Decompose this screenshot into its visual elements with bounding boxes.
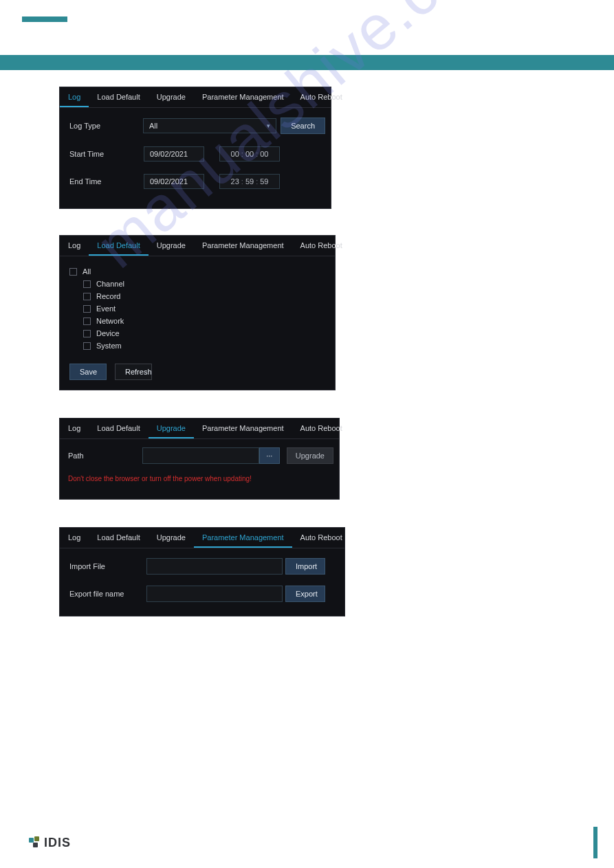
checkbox-row-device[interactable]: Device [83, 329, 335, 337]
logo-mark-icon [29, 836, 41, 849]
page-accent-bar [593, 827, 597, 858]
export-file-input[interactable] [146, 586, 283, 602]
checkbox-channel[interactable] [83, 280, 91, 288]
button-row: Save Refresh [60, 364, 335, 390]
end-time-input[interactable]: 23: 59: 59 [219, 174, 280, 189]
tab-parameter-management[interactable]: Parameter Management [194, 236, 292, 256]
start-sec: 00 [260, 150, 268, 158]
checkbox-network[interactable] [83, 318, 91, 325]
start-time-input[interactable]: 00: 00: 00 [219, 146, 280, 162]
end-hour: 23 [231, 177, 239, 186]
checkbox-event[interactable] [83, 305, 91, 313]
tab-log[interactable]: Log [60, 87, 89, 107]
tab-load-default[interactable]: Load Default [89, 236, 148, 256]
tab-log[interactable]: Log [60, 419, 89, 438]
end-date-input[interactable]: 09/02/2021 [144, 174, 204, 189]
import-button[interactable]: Import [285, 558, 325, 575]
tab-upgrade[interactable]: Upgrade [149, 87, 194, 107]
tab-upgrade[interactable]: Upgrade [149, 528, 194, 548]
default-options-list: All Channel Record Event Network Device … [60, 256, 335, 364]
brand-logo: IDIS [29, 836, 71, 850]
parameter-management-panel: Log Load Default Upgrade Parameter Manag… [59, 527, 345, 616]
upgrade-body: Path ··· Upgrade Don't close the browser… [60, 439, 339, 499]
tab-upgrade[interactable]: Upgrade [149, 419, 194, 438]
checkbox-record[interactable] [83, 293, 91, 300]
tab-load-default[interactable]: Load Default [89, 419, 148, 438]
brand-name: IDIS [44, 836, 71, 850]
import-file-input[interactable] [146, 558, 283, 575]
refresh-button[interactable]: Refresh [115, 364, 152, 380]
tab-log[interactable]: Log [60, 236, 89, 256]
upgrade-button[interactable]: Upgrade [287, 447, 333, 464]
upgrade-warning-text: Don't close the browser or turn off the … [68, 471, 333, 482]
save-button[interactable]: Save [69, 364, 107, 380]
log-type-select[interactable]: All ▾ [143, 118, 276, 133]
checkbox-row-event[interactable]: Event [83, 304, 335, 313]
start-min: 00 [245, 150, 254, 158]
checkbox-label-device: Device [96, 329, 120, 337]
load-default-panel: Log Load Default Upgrade Parameter Manag… [59, 235, 336, 390]
chevron-down-icon: ▾ [267, 122, 270, 129]
checkbox-label-all: All [83, 267, 91, 276]
log-type-value: All [149, 122, 157, 130]
end-sec: 59 [260, 177, 268, 186]
export-file-label: Export file name [69, 590, 146, 598]
start-hour: 00 [231, 150, 239, 158]
param-body: Import File Import Export file name Expo… [60, 548, 344, 616]
checkbox-row-channel[interactable]: Channel [83, 280, 335, 288]
end-time-label: End Time [69, 177, 144, 186]
tab-auto-reboot[interactable]: Auto Reboot [292, 419, 351, 438]
log-type-label: Log Type [69, 122, 143, 130]
top-accent-bar [22, 16, 67, 22]
tab-auto-reboot[interactable]: Auto Reboot [292, 236, 351, 256]
log-panel: Log Load Default Upgrade Parameter Manag… [59, 87, 331, 209]
start-time-label: Start Time [69, 150, 144, 158]
tab-auto-reboot[interactable]: Auto Reboot [292, 87, 351, 107]
checkbox-system[interactable] [83, 342, 91, 350]
checkbox-row-system[interactable]: System [83, 342, 335, 350]
tab-bar: Log Load Default Upgrade Parameter Manag… [60, 528, 344, 548]
path-label: Path [68, 452, 142, 460]
checkbox-row-record[interactable]: Record [83, 292, 335, 300]
tab-parameter-management[interactable]: Parameter Management [194, 528, 292, 548]
checkbox-row-all[interactable]: All [69, 267, 335, 276]
import-file-label: Import File [69, 562, 146, 570]
tab-bar: Log Load Default Upgrade Parameter Manag… [60, 236, 335, 256]
checkbox-label-record: Record [96, 292, 120, 300]
tab-parameter-management[interactable]: Parameter Management [194, 87, 292, 107]
tab-bar: Log Load Default Upgrade Parameter Manag… [60, 87, 331, 108]
browse-button[interactable]: ··· [259, 447, 280, 464]
checkbox-label-event: Event [96, 304, 116, 313]
end-min: 59 [245, 177, 254, 186]
path-input[interactable] [142, 447, 259, 464]
tab-log[interactable]: Log [60, 528, 89, 548]
checkbox-label-system: System [96, 342, 122, 350]
export-button[interactable]: Export [285, 586, 325, 602]
checkbox-label-network: Network [96, 317, 124, 325]
footer: IDIS [0, 827, 614, 858]
checkbox-label-channel: Channel [96, 280, 124, 288]
tab-auto-reboot[interactable]: Auto Reboot [292, 528, 351, 548]
tab-upgrade[interactable]: Upgrade [149, 236, 194, 256]
checkbox-row-network[interactable]: Network [83, 317, 335, 325]
tab-load-default[interactable]: Load Default [89, 528, 148, 548]
tab-bar: Log Load Default Upgrade Parameter Manag… [60, 419, 339, 439]
upgrade-panel: Log Load Default Upgrade Parameter Manag… [59, 418, 340, 500]
checkbox-device[interactable] [83, 330, 91, 337]
log-body: Log Type All ▾ Search Start Time 09/02/2… [60, 108, 331, 208]
search-button[interactable]: Search [281, 118, 325, 134]
start-date-input[interactable]: 09/02/2021 [144, 146, 204, 162]
checkbox-all[interactable] [69, 268, 77, 276]
section-header-bar [0, 55, 614, 70]
tab-parameter-management[interactable]: Parameter Management [194, 419, 292, 438]
tab-load-default[interactable]: Load Default [89, 87, 148, 107]
